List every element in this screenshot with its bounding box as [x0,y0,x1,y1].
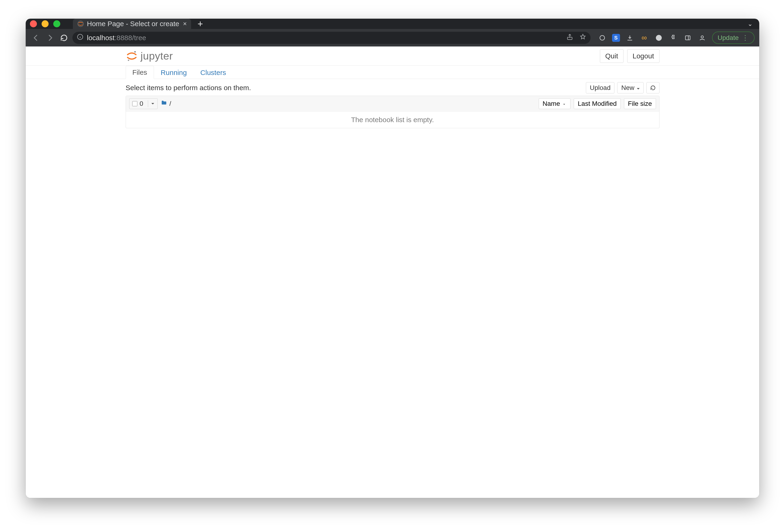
tab-strip: Home Page - Select or create × + ⌄ [26,19,759,29]
jupyter-header: jupyter Quit Logout [26,47,759,66]
browser-toolbar: localhost:8888/tree S ∞ Update ⋮ [26,29,759,47]
site-info-icon[interactable] [77,33,84,42]
sort-size-button[interactable]: File size [624,98,656,109]
window-controls [30,20,60,27]
jupyter-logo[interactable]: jupyter [126,50,173,62]
file-list-header: 0 / Name [126,96,659,111]
breadcrumb-root: / [169,100,171,107]
sort-modified-label: Last Modified [578,100,617,107]
sort-modified-button[interactable]: Last Modified [574,98,621,109]
browser-window: Home Page - Select or create × + ⌄ local… [26,19,759,498]
selection-hint: Select items to perform actions on them. [126,84,251,92]
svg-point-9 [701,36,703,38]
extensions-puzzle-icon[interactable] [669,33,678,43]
select-all-control[interactable]: 0 [129,98,158,109]
extension-icon-s[interactable]: S [612,34,620,42]
tabs-menu-icon[interactable]: ⌄ [748,20,753,28]
reload-button[interactable] [58,32,69,44]
logout-button[interactable]: Logout [627,49,660,63]
file-list-panel: 0 / Name [126,96,660,128]
extension-icon-1[interactable] [597,33,607,43]
jupyter-favicon-icon [77,20,84,27]
refresh-button[interactable] [646,82,660,93]
svg-rect-7 [685,36,690,40]
browser-tab[interactable]: Home Page - Select or create × [73,19,191,29]
breadcrumb[interactable]: / [161,100,171,107]
update-button[interactable]: Update ⋮ [712,31,755,44]
select-all-checkbox[interactable] [132,101,137,106]
url-path: :8888/tree [114,34,146,41]
jupyter-logo-word: jupyter [141,50,173,62]
quit-button[interactable]: Quit [600,49,623,63]
folder-icon [161,100,167,107]
minimize-window-icon[interactable] [41,20,49,27]
svg-point-5 [600,35,605,40]
jupyter-logo-icon [126,50,138,62]
upload-button[interactable]: Upload [586,82,615,93]
close-window-icon[interactable] [30,20,37,27]
sort-name-button[interactable]: Name [539,98,571,109]
extension-icon-contrast[interactable] [654,33,664,43]
tab-title: Home Page - Select or create [87,20,179,28]
maximize-window-icon[interactable] [53,20,60,27]
close-tab-icon[interactable]: × [182,21,188,27]
back-button[interactable] [30,32,41,44]
svg-point-11 [128,60,129,61]
refresh-icon [650,85,656,91]
tab-files[interactable]: Files [126,66,154,79]
tab-running[interactable]: Running [154,66,194,79]
chrome-menu-icon[interactable]: ⋮ [742,34,749,41]
new-menu-button[interactable]: New [617,82,643,93]
files-panel: Select items to perform actions on them.… [126,82,660,128]
empty-list-message: The notebook list is empty. [126,111,659,128]
url-text: localhost:8888/tree [87,34,146,42]
svg-point-10 [134,51,136,53]
tab-clusters[interactable]: Clusters [194,66,233,79]
sort-size-label: File size [628,100,652,107]
profile-avatar-icon[interactable] [698,33,707,43]
select-menu-caret-icon[interactable] [148,100,158,107]
jupyter-tabs: Files Running Clusters [26,66,759,79]
page-content: jupyter Quit Logout Files Running Cluste… [26,47,759,498]
extension-icon-download[interactable] [625,33,635,43]
bookmark-star-icon[interactable] [579,33,586,42]
url-host: localhost [87,34,114,41]
svg-point-0 [78,21,83,27]
new-tab-button[interactable]: + [198,19,203,28]
arrow-down-icon [562,101,566,106]
side-panel-icon[interactable] [683,33,693,43]
update-label: Update [718,34,739,41]
sort-name-label: Name [543,100,560,107]
address-bar[interactable]: localhost:8888/tree [73,32,591,44]
extension-icons: S ∞ Update ⋮ [597,31,755,44]
forward-button[interactable] [45,32,56,44]
selected-count: 0 [140,100,143,107]
share-icon[interactable] [566,33,573,42]
extension-icon-infinity[interactable]: ∞ [640,33,649,43]
